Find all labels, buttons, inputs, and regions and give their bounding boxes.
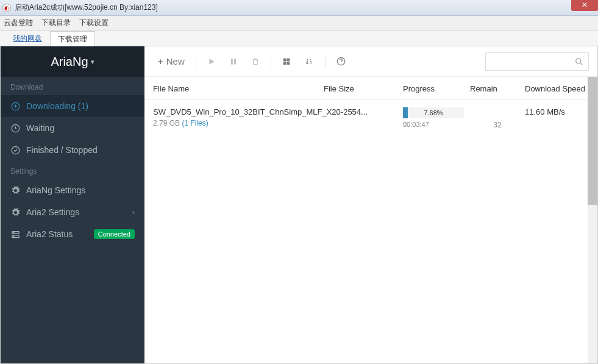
sidebar-item-aria2-settings[interactable]: Aria2 Settings ‹ <box>1 201 144 223</box>
check-icon <box>10 146 20 155</box>
separator <box>325 55 326 68</box>
file-subinfo: 2.79 GB (1 Files) <box>153 119 403 127</box>
sidebar-item-label: Waiting <box>26 123 54 133</box>
caret-down-icon: ▾ <box>91 58 94 66</box>
svg-rect-8 <box>234 59 236 64</box>
progress-bar: 7.68% <box>403 107 464 118</box>
svg-rect-9 <box>283 58 287 61</box>
toolbar: + New <box>144 46 597 77</box>
app-shell: AriaNg ▾ Download Downloading (1) Waitin… <box>0 46 598 364</box>
sidebar-item-label: AriaNg Settings <box>26 185 85 195</box>
table-row[interactable]: SW_DVD5_Win_Pro_10_32BIT_ChnSimp_MLF_X20… <box>144 100 597 137</box>
pause-button[interactable] <box>224 54 243 70</box>
play-button[interactable] <box>202 54 221 70</box>
sidebar-item-label: Downloading (1) <box>26 101 88 111</box>
file-count-link[interactable]: (1 Files) <box>182 119 208 127</box>
svg-point-5 <box>13 232 13 232</box>
brand-label: AriaNg <box>51 55 88 69</box>
download-icon <box>10 102 20 111</box>
sidebar-section-settings: Settings <box>1 161 144 179</box>
svg-point-6 <box>13 236 13 237</box>
col-remain[interactable]: Remain <box>470 84 525 93</box>
app-icon: ◐ <box>2 4 11 12</box>
sidebar-item-ariang-settings[interactable]: AriaNg Settings <box>1 179 144 201</box>
progress-text: 7.68% <box>403 107 464 118</box>
status-badge: Connected <box>94 229 135 239</box>
brand: AriaNg ▾ <box>1 46 144 77</box>
eta-text: 00:03:47 <box>403 121 470 128</box>
clock-icon <box>10 124 20 133</box>
gear-icon <box>10 208 20 217</box>
search-icon <box>575 57 583 66</box>
sidebar-item-label: Aria2 Status <box>26 229 73 239</box>
col-filesize[interactable]: File Size <box>324 84 403 93</box>
delete-button[interactable] <box>246 54 265 70</box>
svg-point-2 <box>12 146 20 154</box>
menu-download-settings[interactable]: 下载设置 <box>79 18 109 28</box>
remain-text: 32 <box>470 107 525 129</box>
progress-cell: 7.68% 00:03:47 <box>403 107 470 128</box>
sidebar-item-label: Aria2 Settings <box>26 207 79 217</box>
new-label: New <box>166 56 185 66</box>
svg-rect-12 <box>287 62 290 65</box>
server-icon <box>10 230 20 239</box>
sidebar-item-waiting[interactable]: Waiting <box>1 117 144 139</box>
sidebar-item-finished[interactable]: Finished / Stopped <box>1 139 144 161</box>
plus-icon: + <box>158 56 163 66</box>
help-button[interactable] <box>332 53 351 70</box>
sidebar: AriaNg ▾ Download Downloading (1) Waitin… <box>1 46 144 363</box>
sidebar-item-aria2-status[interactable]: Aria2 Status Connected <box>1 223 144 245</box>
file-name: SW_DVD5_Win_Pro_10_32BIT_ChnSimp_MLF_X20… <box>153 107 397 116</box>
svg-rect-11 <box>283 62 287 65</box>
gear-icon <box>10 186 20 195</box>
window-title: 启动Aria2c成功[www.52pojie.cn By:xian123] <box>15 2 158 13</box>
chevron-left-icon: ‹ <box>132 208 135 216</box>
sort-button[interactable] <box>299 54 319 70</box>
separator <box>196 55 196 68</box>
new-task-button[interactable]: + New <box>153 52 190 70</box>
tab-my-disk[interactable]: 我的网盘 <box>5 30 50 46</box>
window-titlebar: ◐ 启动Aria2c成功[www.52pojie.cn By:xian123] … <box>0 0 598 16</box>
menu-download-dir[interactable]: 下载目录 <box>41 18 71 28</box>
sidebar-item-label: Finished / Stopped <box>26 145 98 155</box>
search-input[interactable] <box>485 52 589 71</box>
col-filename[interactable]: File Name <box>153 84 324 93</box>
svg-point-14 <box>576 58 581 63</box>
sidebar-item-downloading[interactable]: Downloading (1) <box>1 95 144 117</box>
tab-download-manager[interactable]: 下载管理 <box>50 31 95 46</box>
close-icon: ✕ <box>582 1 588 9</box>
window-close-button[interactable]: ✕ <box>571 0 598 11</box>
col-speed[interactable]: Download Speed <box>525 84 589 93</box>
table-header: File Name File Size Progress Remain Down… <box>144 77 597 100</box>
sidebar-section-download: Download <box>1 77 144 95</box>
menu-cloud-login[interactable]: 云盘登陆 <box>4 18 33 28</box>
col-progress[interactable]: Progress <box>403 84 470 93</box>
scrollbar[interactable] <box>588 77 597 363</box>
view-grid-button[interactable] <box>277 54 296 70</box>
svg-rect-7 <box>231 59 233 64</box>
content: + New File Name File Size Progress Remai… <box>144 46 597 363</box>
speed-text: 11.60 MB/s <box>525 107 589 116</box>
menubar: 云盘登陆 下载目录 下载设置 <box>0 16 598 30</box>
separator <box>271 55 271 68</box>
tabbar: 我的网盘 下载管理 <box>0 30 598 46</box>
svg-rect-10 <box>287 58 290 61</box>
scrollbar-thumb[interactable] <box>588 77 597 205</box>
